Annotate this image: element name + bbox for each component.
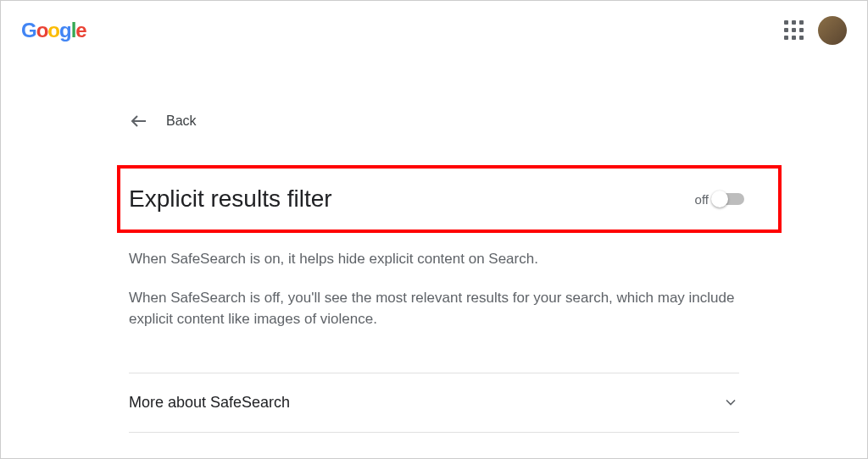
highlight-annotation: Explicit results filter off xyxy=(117,165,782,233)
toggle-wrap: off xyxy=(695,192,770,207)
logo-letter: o xyxy=(36,19,48,41)
logo-letter: e xyxy=(75,19,86,41)
google-logo[interactable]: Google xyxy=(21,19,86,42)
apps-grid-icon[interactable] xyxy=(784,20,804,41)
back-label: Back xyxy=(166,113,197,129)
logo-letter: g xyxy=(59,19,71,41)
filter-title: Explicit results filter xyxy=(129,185,332,213)
toggle-knob xyxy=(711,191,728,207)
logo-letter: G xyxy=(21,19,36,41)
chevron-down-icon xyxy=(722,394,739,411)
arrow-left-icon xyxy=(129,111,149,131)
header: Google xyxy=(1,1,867,60)
toggle-state-label: off xyxy=(695,192,709,207)
logo-letter: o xyxy=(47,19,59,41)
filter-row: Explicit results filter off xyxy=(129,185,770,213)
more-label: More about SafeSearch xyxy=(129,394,290,412)
header-right xyxy=(784,16,847,45)
main-content: Back Explicit results filter off When Sa… xyxy=(112,111,756,433)
description-off: When SafeSearch is off, you'll see the m… xyxy=(129,287,739,330)
more-about-safesearch[interactable]: More about SafeSearch xyxy=(129,373,739,432)
safesearch-toggle[interactable] xyxy=(714,193,744,205)
back-button[interactable]: Back xyxy=(129,111,739,131)
description-on: When SafeSearch is on, it helps hide exp… xyxy=(129,248,739,270)
divider xyxy=(129,432,739,433)
avatar[interactable] xyxy=(818,16,847,45)
